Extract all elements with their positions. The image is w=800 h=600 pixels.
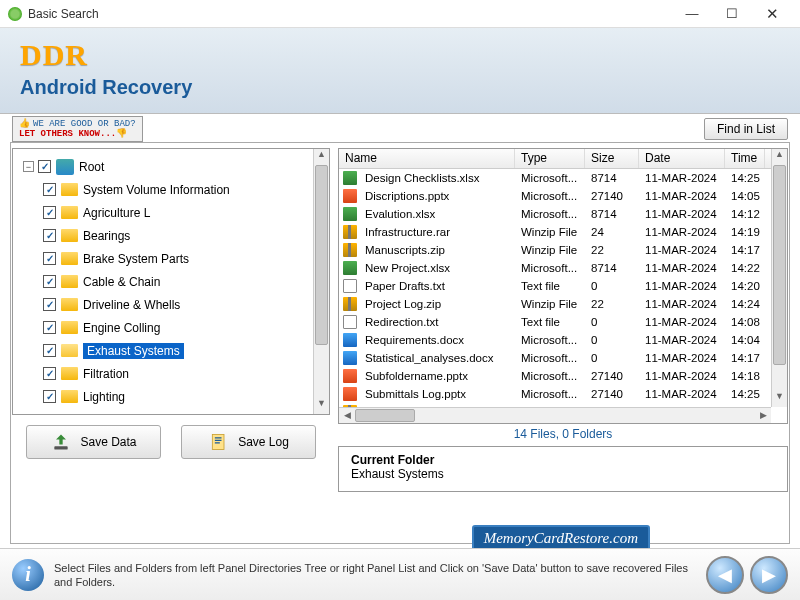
file-size: 27140 <box>585 388 639 400</box>
file-row[interactable]: New Project.xlsxMicrosoft...871411-MAR-2… <box>339 259 771 277</box>
file-time: 14:17 <box>725 352 765 364</box>
file-row[interactable]: Discriptions.pptxMicrosoft...2714011-MAR… <box>339 187 771 205</box>
tree-scrollbar[interactable]: ▲ ▼ <box>313 149 329 414</box>
tree-item[interactable]: ✓System Volume Information <box>19 178 329 201</box>
nav-forward-button[interactable]: ▶ <box>750 556 788 594</box>
scrollbar-thumb[interactable] <box>315 165 328 345</box>
column-date[interactable]: Date <box>639 149 725 168</box>
scrollbar-thumb[interactable] <box>773 165 786 365</box>
file-type: Microsoft... <box>515 190 585 202</box>
file-hscrollbar[interactable]: ◀ ▶ <box>339 407 771 423</box>
tree-item[interactable]: ✓Driveline & Whells <box>19 293 329 316</box>
tree-item[interactable]: ✓Cable & Chain <box>19 270 329 293</box>
scrollbar-thumb[interactable] <box>355 409 415 422</box>
find-in-list-button[interactable]: Find in List <box>704 118 788 140</box>
file-time: 14:05 <box>725 190 765 202</box>
app-icon <box>8 7 22 21</box>
checkbox[interactable]: ✓ <box>43 275 56 288</box>
file-row[interactable]: Project Log.zipWinzip File2211-MAR-20241… <box>339 295 771 313</box>
file-row[interactable]: Design Checklists.xlsxMicrosoft...871411… <box>339 169 771 187</box>
file-row[interactable]: Statistical_analyses.docxMicrosoft...011… <box>339 349 771 367</box>
tree-item[interactable]: ✓Filtration <box>19 362 329 385</box>
file-size: 27140 <box>585 190 639 202</box>
current-folder-header: Current Folder <box>351 453 775 467</box>
tree-item[interactable]: ✓Brake System Parts <box>19 247 329 270</box>
file-size: 0 <box>585 280 639 292</box>
scroll-left-icon[interactable]: ◀ <box>339 408 355 423</box>
checkbox[interactable]: ✓ <box>43 390 56 403</box>
save-log-icon <box>208 432 230 452</box>
save-log-button[interactable]: Save Log <box>181 425 316 459</box>
file-list-body[interactable]: Design Checklists.xlsxMicrosoft...871411… <box>339 169 771 407</box>
close-button[interactable]: ✕ <box>752 3 792 25</box>
nav-back-button[interactable]: ◀ <box>706 556 744 594</box>
brand-logo: DDR <box>20 38 780 72</box>
drive-icon <box>56 159 74 175</box>
maximize-button[interactable]: ☐ <box>712 3 752 25</box>
checkbox[interactable]: ✓ <box>43 206 56 219</box>
file-row[interactable]: Submittals Log.pptxMicrosoft...2714011-M… <box>339 385 771 403</box>
file-time: 14:24 <box>725 298 765 310</box>
feedback-button[interactable]: 👍WE ARE GOOD OR BAD? LET OTHERS KNOW...👎 <box>12 116 143 142</box>
checkbox[interactable]: ✓ <box>43 183 56 196</box>
file-time: 14:25 <box>725 172 765 184</box>
tree-item-label: Exhaust Systems <box>83 343 184 359</box>
file-type: Winzip File <box>515 298 585 310</box>
column-type[interactable]: Type <box>515 149 585 168</box>
file-row[interactable]: Manuscripts.zipWinzip File2211-MAR-20241… <box>339 241 771 259</box>
scroll-right-icon[interactable]: ▶ <box>755 408 771 423</box>
file-name: Statistical_analyses.docx <box>359 352 515 364</box>
tree-item[interactable]: ✓Engine Colling <box>19 316 329 339</box>
file-row[interactable]: Infrastructure.rarWinzip File2411-MAR-20… <box>339 223 771 241</box>
checkbox[interactable]: ✓ <box>43 321 56 334</box>
checkbox[interactable]: ✓ <box>43 344 56 357</box>
folder-tree[interactable]: − ✓ Root ✓System Volume Information✓Agri… <box>13 149 329 414</box>
checkbox[interactable]: ✓ <box>43 367 56 380</box>
file-row[interactable]: Evalution.xlsxMicrosoft...871411-MAR-202… <box>339 205 771 223</box>
scroll-down-icon[interactable]: ▼ <box>772 391 787 407</box>
file-pptx-icon <box>343 189 357 203</box>
tree-item-label: Cable & Chain <box>83 275 160 289</box>
minimize-button[interactable]: — <box>672 3 712 25</box>
scroll-up-icon[interactable]: ▲ <box>772 149 787 165</box>
file-name: Discriptions.pptx <box>359 190 515 202</box>
file-date: 11-MAR-2024 <box>639 280 725 292</box>
file-row[interactable]: Paper Drafts.txtText file011-MAR-202414:… <box>339 277 771 295</box>
file-type: Microsoft... <box>515 370 585 382</box>
column-name[interactable]: Name <box>339 149 515 168</box>
file-date: 11-MAR-2024 <box>639 262 725 274</box>
footer: i Select Files and Folders from left Pan… <box>0 548 800 600</box>
file-size: 0 <box>585 334 639 346</box>
current-folder-panel: Current Folder Exhaust Systems <box>338 446 788 492</box>
checkbox[interactable]: ✓ <box>38 160 51 173</box>
folder-icon <box>61 206 78 219</box>
tree-item[interactable]: ✓Agriculture L <box>19 201 329 224</box>
tree-item[interactable]: ✓Lighting <box>19 385 329 408</box>
column-time[interactable]: Time <box>725 149 765 168</box>
tree-item-label: Agriculture L <box>83 206 150 220</box>
checkbox[interactable]: ✓ <box>43 229 56 242</box>
file-row[interactable]: Redirection.txtText file011-MAR-202414:0… <box>339 313 771 331</box>
status-summary: 14 Files, 0 Folders <box>338 424 788 444</box>
scroll-up-icon[interactable]: ▲ <box>314 149 329 165</box>
tree-item-label: System Volume Information <box>83 183 230 197</box>
checkbox[interactable]: ✓ <box>43 252 56 265</box>
current-folder-value: Exhaust Systems <box>351 467 775 481</box>
file-name: Submittals Log.pptx <box>359 388 515 400</box>
file-pptx-icon <box>343 387 357 401</box>
tree-root[interactable]: − ✓ Root <box>19 155 329 178</box>
save-data-button[interactable]: Save Data <box>26 425 161 459</box>
file-time: 14:12 <box>725 208 765 220</box>
collapse-icon[interactable]: − <box>23 161 34 172</box>
tree-item[interactable]: ✓Exhaust Systems <box>19 339 329 362</box>
tree-item-label: Brake System Parts <box>83 252 189 266</box>
scroll-down-icon[interactable]: ▼ <box>314 398 329 414</box>
file-name: Requirements.docx <box>359 334 515 346</box>
file-row[interactable]: Requirements.docxMicrosoft...011-MAR-202… <box>339 331 771 349</box>
tree-item[interactable]: ✓Bearings <box>19 224 329 247</box>
folder-tree-panel: − ✓ Root ✓System Volume Information✓Agri… <box>12 148 330 415</box>
checkbox[interactable]: ✓ <box>43 298 56 311</box>
column-size[interactable]: Size <box>585 149 639 168</box>
file-row[interactable]: Subfoldername.pptxMicrosoft...2714011-MA… <box>339 367 771 385</box>
file-vscrollbar[interactable]: ▲ ▼ <box>771 149 787 407</box>
